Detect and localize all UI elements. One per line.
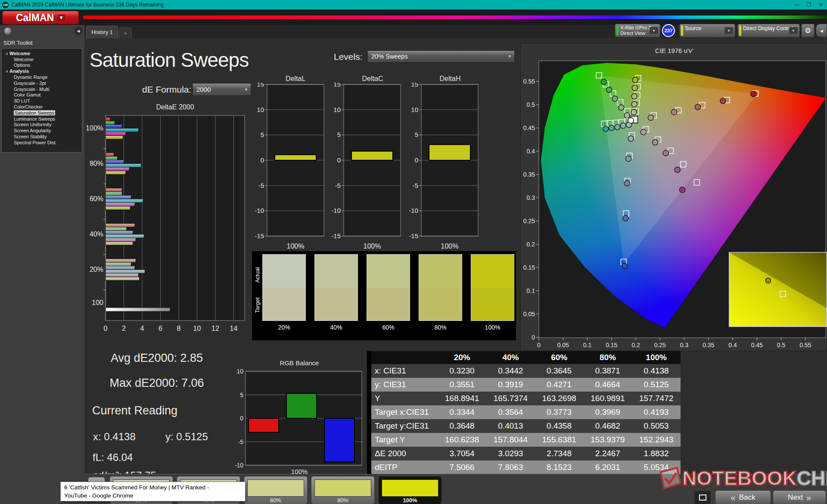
sidebar-item-luminance-sweeps[interactable]: Luminance Sweeps [2, 116, 82, 122]
table-cell: 2.2467 [584, 449, 632, 458]
sidebar-item-label: 3D LUT [14, 98, 30, 103]
sidebar-item-welcome[interactable]: Welcome [2, 50, 82, 56]
svg-text:0.2: 0.2 [527, 241, 535, 248]
close-button[interactable]: ✕ [815, 0, 827, 9]
swatch-label: 80% [419, 324, 462, 331]
tab-history-1[interactable]: History 1 [86, 26, 118, 38]
swatch-actual [315, 255, 358, 288]
svg-text:12: 12 [211, 325, 219, 332]
table-row: x: CIE310.32300.34420.36450.38710.4138 [367, 364, 681, 378]
table-row: Y168.8941165.7374163.2698160.9891157.747… [367, 392, 681, 405]
table-cell: 0.4138 [632, 366, 681, 376]
patch-tile-100%[interactable]: 100% [378, 476, 442, 504]
svg-text:0: 0 [240, 415, 243, 422]
svg-text:-5: -5 [413, 182, 418, 189]
settings-button[interactable]: ⚙ [801, 24, 815, 37]
table-cell: 0.3442 [486, 366, 535, 376]
swat-target [419, 288, 462, 321]
svg-text:0: 0 [104, 325, 108, 332]
radio-circle-icon[interactable] [4, 28, 11, 34]
add-tab-button[interactable]: + [119, 28, 132, 38]
svg-text:15: 15 [411, 83, 418, 88]
table-cell: 157.7472 [632, 394, 681, 403]
sidebar-item-label: Welcome [14, 57, 34, 62]
sidebar-item-label: Screen Stability [14, 134, 47, 139]
sidebar-item-options[interactable]: Options [2, 62, 82, 68]
table-cell: 0.3969 [584, 408, 632, 417]
source-dropdown[interactable]: Source ▼ [679, 24, 735, 37]
meter-dropdown[interactable]: X-Rite i1Pro 2 Direct View ▼ [615, 24, 660, 37]
back-button[interactable]: « Back [715, 490, 771, 504]
titlebar: CM CalMAN 2019 CalMAN Ultimate for Busin… [0, 0, 827, 9]
table-cell: 160.6238 [438, 435, 486, 445]
cie-panel: CIE 1976 u'v' 00.050.10.150.20.250.30.35… [520, 43, 827, 351]
swatch-20% [262, 254, 306, 321]
sidebar-item-3d-lut[interactable]: 3D LUT [2, 98, 82, 104]
sidebar-item-grayscale-multi[interactable]: Grayscale - Multi [2, 86, 82, 92]
app-icon: CM [2, 2, 9, 8]
sidebar-item-label: Color Gamut [14, 92, 40, 97]
table-row: y: CIE310.35510.39190.42710.46640.5125 [367, 378, 681, 392]
minimize-button[interactable]: — [791, 0, 803, 9]
sidebar-item-screen-stability[interactable]: Screen Stability [2, 134, 82, 140]
row-marker [367, 378, 371, 392]
sidebar-item-saturation-sweeps[interactable]: Saturation Sweeps [2, 110, 82, 116]
display-control-dropdown[interactable]: Direct Display Control ▼ [737, 24, 800, 37]
svg-text:5: 5 [240, 392, 243, 398]
svg-text:0.45: 0.45 [751, 342, 763, 348]
tab-row: History 1 + X-Rite i1Pro 2 Direct View ▼… [84, 25, 827, 38]
sidebar-item-colorchecker[interactable]: ColorChecker [2, 104, 82, 110]
patch-tile-60%[interactable]: 60% [244, 476, 308, 504]
svg-text:-5: -5 [335, 182, 341, 189]
sidebar-item-grayscale-2pt[interactable]: Grayscale - 2pt [2, 80, 82, 86]
table-cell: 157.8044 [486, 435, 535, 445]
calman-menu-button[interactable]: CalMAN ▼ [2, 11, 79, 25]
table-row: dEITP7.50667.80638.15236.20315.0534 [367, 460, 681, 474]
swat-target [471, 288, 514, 321]
maximize-button[interactable]: ❐ [803, 0, 815, 9]
table-cell: 152.2943 [632, 435, 681, 445]
deltal-chart: 151050-5-10-15100% [248, 83, 326, 255]
table-cell: 168.8941 [438, 394, 486, 403]
sidebar-item-label: Dynamic Range [14, 75, 47, 80]
window-mode-button[interactable] [694, 491, 711, 504]
sidebar-item-spectral-power-dist-[interactable]: Spectral Power Dist. [2, 140, 82, 146]
chevron-down-icon: ▼ [57, 15, 65, 21]
source-label: Source [685, 25, 701, 31]
swat-target [367, 288, 410, 321]
max-de2000: Max dE2000: 7.06 [92, 376, 221, 390]
window-title: CalMAN 2019 CalMAN Ultimate for Business… [11, 2, 164, 8]
svg-text:15: 15 [333, 83, 341, 88]
table-cell: 0.4682 [584, 421, 632, 431]
svg-text:10: 10 [411, 106, 418, 113]
sidebar-item-screen-angularity[interactable]: Screen Angularity [2, 128, 82, 134]
svg-text:-10: -10 [331, 207, 341, 214]
row-label: Y [371, 394, 438, 403]
sidebar: ◀ SDR Toolkit WelcomeWelcomeOptionsAnaly… [0, 25, 84, 504]
svg-text:6: 6 [159, 325, 162, 332]
back-label: Back [739, 493, 755, 502]
panel-collapse-button[interactable]: ◀ [816, 24, 827, 37]
rgb-balance-title: RGB Balance [235, 359, 364, 367]
sidebar-item-screen-uniformity[interactable]: Screen Uniformity [2, 122, 82, 128]
sidebar-item-analysis[interactable]: Analysis [2, 68, 82, 74]
levels-dropdown[interactable]: 20% Sweeps ▼ [367, 50, 515, 62]
sidebar-item-label: Grayscale - 2pt [14, 81, 46, 86]
next-button[interactable]: Next » [773, 490, 826, 504]
sidebar-item-dynamic-range[interactable]: Dynamic Range [2, 74, 82, 80]
tooltip-line-2: YouTube - Google Chrome [64, 492, 242, 500]
reading-y: y: 0.5125 [165, 431, 208, 443]
sidebar-collapse-icon[interactable]: ◀ [74, 27, 83, 35]
column-header: 100% [632, 353, 681, 362]
patch-tile-80%[interactable]: 80% [311, 476, 375, 504]
chevron-down-icon: ▼ [508, 54, 512, 59]
svg-text:0.35: 0.35 [523, 171, 535, 178]
formula-dropdown[interactable]: 2000 ▼ [193, 83, 251, 96]
table-header-row: 20%40%60%80%100% [367, 351, 681, 364]
sidebar-item-color-gamut[interactable]: Color Gamut [2, 92, 82, 98]
svg-text:0.4: 0.4 [527, 148, 535, 155]
reading-x: x: 0.4138 [93, 431, 136, 443]
deltae-chart-title: DeltaE 2000 [106, 103, 245, 111]
sidebar-item-welcome[interactable]: Welcome [2, 56, 82, 62]
table-cell: 0.3230 [438, 366, 486, 376]
